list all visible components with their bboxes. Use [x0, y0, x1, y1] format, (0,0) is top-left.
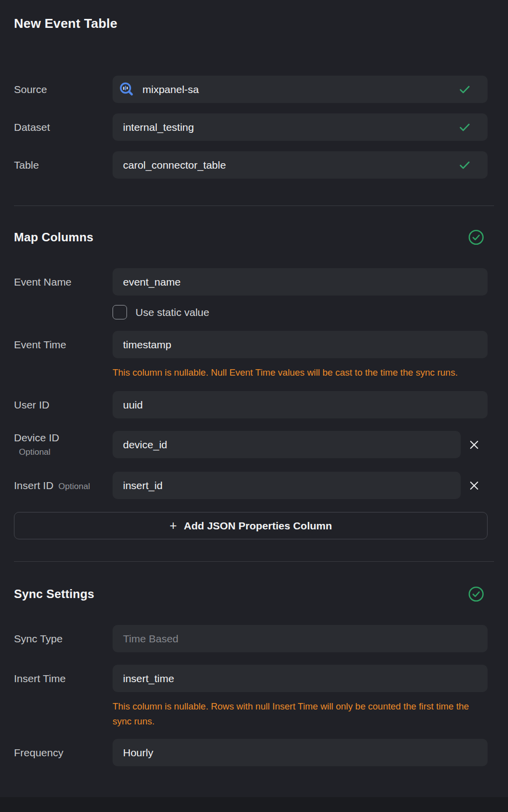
insert-time-value: insert_time	[123, 673, 174, 685]
add-json-properties-button[interactable]: + Add JSON Properties Column	[14, 512, 488, 539]
source-valid-check-icon	[459, 85, 470, 94]
insert-time-field[interactable]: insert_time	[113, 665, 488, 692]
insert-id-field[interactable]: insert_id	[113, 472, 461, 499]
insert-time-row: Insert Time insert_time	[14, 665, 488, 692]
source-value: mixpanel-sa	[142, 84, 199, 96]
dataset-row: Dataset internal_testing	[14, 113, 488, 141]
dataset-value: internal_testing	[123, 121, 194, 133]
sync-type-value: Time Based	[123, 633, 178, 645]
new-event-table-form: New Event Table Source mixpanel-sa	[0, 0, 508, 766]
user-id-field[interactable]: uuid	[113, 391, 488, 418]
use-static-value-row: Use static value	[113, 305, 488, 319]
dataset-field[interactable]: internal_testing	[113, 113, 488, 141]
device-id-row: Device ID Optional device_id	[14, 431, 488, 458]
frequency-value: Hourly	[123, 747, 153, 759]
table-field[interactable]: carol_connector_table	[113, 151, 488, 179]
device-id-label: Device ID Optional	[14, 432, 113, 457]
event-time-warning: This column is nullable. Null Event Time…	[113, 365, 479, 380]
page-title: New Event Table	[14, 0, 488, 31]
event-name-row: Event Name event_name	[14, 268, 488, 296]
user-id-value: uuid	[123, 399, 143, 411]
add-json-properties-label: Add JSON Properties Column	[184, 520, 332, 532]
insert-time-warning: This column is nullable. Rows with null …	[113, 699, 479, 729]
event-name-field[interactable]: event_name	[113, 268, 488, 296]
section-divider	[14, 561, 494, 562]
dataset-valid-check-icon	[459, 123, 470, 132]
use-static-value-label: Use static value	[135, 306, 209, 318]
table-label: Table	[14, 159, 113, 171]
map-columns-header: Map Columns	[14, 229, 488, 245]
table-valid-check-icon	[459, 161, 470, 170]
plus-icon: +	[169, 519, 177, 532]
event-name-label: Event Name	[14, 276, 113, 288]
sync-type-label: Sync Type	[14, 633, 113, 645]
device-id-field[interactable]: device_id	[113, 431, 461, 458]
insert-id-optional-tag: Optional	[58, 482, 90, 492]
frequency-label: Frequency	[14, 747, 113, 759]
source-label: Source	[14, 84, 113, 96]
footer-strip	[0, 797, 508, 812]
device-id-optional-tag: Optional	[14, 447, 107, 457]
close-icon	[469, 481, 479, 491]
source-field[interactable]: mixpanel-sa	[113, 76, 488, 103]
insert-time-label: Insert Time	[14, 673, 113, 685]
map-columns-complete-check-icon	[468, 229, 484, 245]
frequency-row: Frequency Hourly	[14, 739, 488, 766]
sync-settings-heading: Sync Settings	[14, 587, 94, 601]
table-row: Table carol_connector_table	[14, 151, 488, 179]
source-bigquery-icon	[118, 81, 135, 99]
use-static-value-checkbox[interactable]	[113, 305, 127, 319]
close-icon	[469, 440, 479, 450]
event-time-label: Event Time	[14, 339, 113, 351]
frequency-field[interactable]: Hourly	[113, 739, 488, 766]
user-id-label: User ID	[14, 399, 113, 411]
insert-id-label: Insert ID Optional	[14, 480, 113, 492]
sync-settings-complete-check-icon	[468, 586, 484, 602]
insert-id-value: insert_id	[123, 480, 162, 492]
event-name-value: event_name	[123, 276, 181, 288]
user-id-row: User ID uuid	[14, 391, 488, 418]
source-row: Source mixpanel-sa	[14, 76, 488, 103]
map-columns-heading: Map Columns	[14, 230, 94, 244]
event-time-row: Event Time timestamp	[14, 331, 488, 358]
remove-device-id-button[interactable]	[461, 440, 488, 450]
sync-type-field: Time Based	[113, 625, 488, 652]
device-id-value: device_id	[123, 439, 167, 451]
sync-type-row: Sync Type Time Based	[14, 625, 488, 652]
remove-insert-id-button[interactable]	[461, 481, 488, 491]
event-time-field[interactable]: timestamp	[113, 331, 488, 358]
insert-id-row: Insert ID Optional insert_id	[14, 472, 488, 499]
sync-settings-header: Sync Settings	[14, 586, 488, 602]
event-time-value: timestamp	[123, 339, 171, 351]
dataset-label: Dataset	[14, 121, 113, 133]
table-value: carol_connector_table	[123, 159, 226, 171]
section-divider	[14, 205, 494, 206]
